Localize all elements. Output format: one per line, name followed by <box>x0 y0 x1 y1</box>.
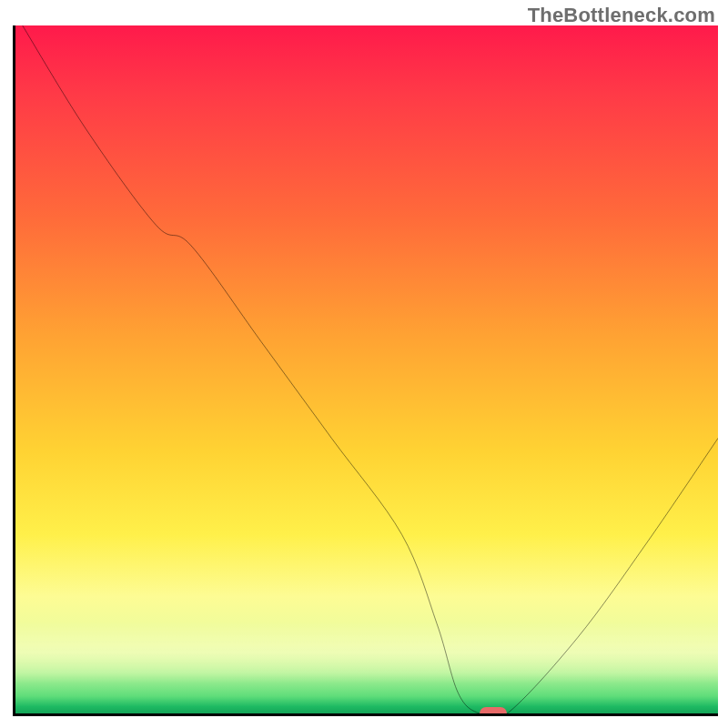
optimum-marker <box>480 707 507 716</box>
bottleneck-curve <box>15 25 718 713</box>
watermark-text: TheBottleneck.com <box>528 4 715 27</box>
plot-area <box>13 25 718 716</box>
chart-frame: TheBottleneck.com <box>0 0 728 728</box>
